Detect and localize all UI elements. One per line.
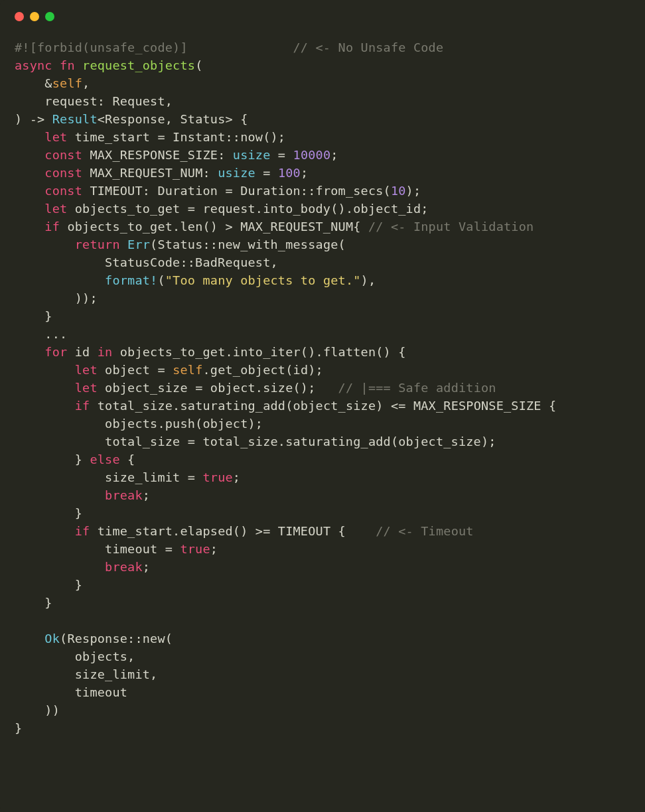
code-text: timeout <box>15 685 127 699</box>
code-text: let <box>75 381 98 395</box>
code-text <box>15 273 105 287</box>
code-comment: // <- No Unsafe Code <box>293 40 444 54</box>
code-text: time_start = Instant::now(); <box>67 130 285 144</box>
code-text <box>15 148 44 162</box>
code-text: else <box>90 452 119 466</box>
code-text: MAX_RESPONSE_SIZE: <box>82 148 233 162</box>
code-text: ; <box>233 470 240 484</box>
code-text: ; <box>301 166 308 180</box>
code-text <box>15 381 75 395</box>
code-text: objects_to_get = request.into_body().obj… <box>67 202 428 216</box>
code-comment: // <- Input Validation <box>368 220 534 234</box>
code-text: object_size = object.size(); <box>98 381 338 395</box>
code-text: #![forbid(unsafe_code)] <box>15 40 293 54</box>
code-text: let <box>44 202 67 216</box>
code-text: } <box>15 721 22 735</box>
code-text: true <box>202 470 232 484</box>
code-text: objects, <box>15 649 135 663</box>
code-text: self <box>52 76 82 90</box>
code-comment: // <- Timeout <box>376 524 473 538</box>
code-text: } <box>15 309 52 323</box>
code-text: request: Request, <box>15 94 173 108</box>
code-text: objects_to_get.len() > MAX_REQUEST_NUM{ <box>60 220 368 234</box>
code-text: { <box>120 452 135 466</box>
code-text: size_limit = <box>15 470 202 484</box>
code-text: objects_to_get.into_iter().flatten() { <box>112 345 405 359</box>
code-text <box>15 130 44 144</box>
code-text: .get_object(id); <box>202 363 322 377</box>
code-text <box>15 524 75 538</box>
code-text: ( <box>157 273 165 287</box>
code-text: ; <box>210 542 218 556</box>
code-text: total_size = total_size.saturating_add(o… <box>15 435 496 448</box>
code-text: fn <box>52 58 75 72</box>
code-text: object = <box>98 363 173 377</box>
code-text: let <box>75 363 98 377</box>
code-text: Result <box>52 112 98 126</box>
code-text: ; <box>143 488 150 502</box>
code-text: 100 <box>278 166 301 180</box>
code-text <box>15 220 44 234</box>
code-text <box>15 632 44 645</box>
code-text: & <box>15 76 52 90</box>
code-text: ) -> <box>15 112 52 126</box>
code-text: total_size.saturating_add(object_size) <… <box>90 399 556 413</box>
code-text: timeout = <box>15 542 180 556</box>
code-text: ); <box>406 184 421 198</box>
code-text <box>15 202 44 216</box>
code-text: objects.push(object); <box>15 417 263 431</box>
code-text: async <box>15 58 52 72</box>
code-text: = <box>271 148 293 162</box>
code-text: 10000 <box>293 148 331 162</box>
code-text <box>15 345 44 359</box>
code-text: if <box>75 524 90 538</box>
code-text: 10 <box>391 184 406 198</box>
code-text: usize <box>218 166 255 180</box>
code-text: ; <box>330 148 338 162</box>
code-text <box>15 166 44 180</box>
code-text: for <box>44 345 67 359</box>
code-text <box>15 399 75 413</box>
code-text: if <box>75 399 90 413</box>
code-text: )) <box>15 703 60 717</box>
code-comment: // |=== Safe addition <box>338 381 496 395</box>
code-text <box>15 560 105 574</box>
code-block: #![forbid(unsafe_code)] // <- No Unsafe … <box>0 38 645 737</box>
code-text: <Response, Status> { <box>98 112 248 126</box>
code-text: } <box>15 452 90 466</box>
code-text: break <box>105 488 143 502</box>
code-text: format! <box>105 273 157 287</box>
code-text: usize <box>233 148 271 162</box>
code-text: ( <box>195 58 202 72</box>
code-text <box>15 488 105 502</box>
code-text: in <box>98 345 113 359</box>
code-text: true <box>180 542 210 556</box>
window-controls <box>0 12 645 38</box>
code-text: } <box>15 578 82 592</box>
code-text <box>15 184 44 198</box>
code-text: Ok <box>44 632 60 645</box>
code-window: #![forbid(unsafe_code)] // <- No Unsafe … <box>0 0 645 812</box>
code-text: const <box>44 184 82 198</box>
code-text: break <box>105 560 143 574</box>
code-text: size_limit, <box>15 667 157 681</box>
code-text: ), <box>361 273 376 287</box>
close-icon[interactable] <box>15 12 24 21</box>
code-text: let <box>44 130 67 144</box>
code-text: id <box>67 345 97 359</box>
code-text: = <box>255 166 278 180</box>
code-text: StatusCode::BadRequest, <box>15 255 278 269</box>
code-text: MAX_REQUEST_NUM: <box>82 166 218 180</box>
code-text: const <box>44 148 82 162</box>
code-text: (Response::new( <box>60 632 173 645</box>
code-text: TIMEOUT: Duration = Duration::from_secs( <box>82 184 391 198</box>
code-text: time_start.elapsed() >= TIMEOUT { <box>90 524 376 538</box>
code-text: ; <box>143 560 150 574</box>
code-text: const <box>44 166 82 180</box>
code-text: return <box>75 237 120 251</box>
maximize-icon[interactable] <box>45 12 54 21</box>
code-text <box>120 237 127 251</box>
minimize-icon[interactable] <box>30 12 39 21</box>
code-text <box>15 363 75 377</box>
code-text: )); <box>15 291 98 305</box>
